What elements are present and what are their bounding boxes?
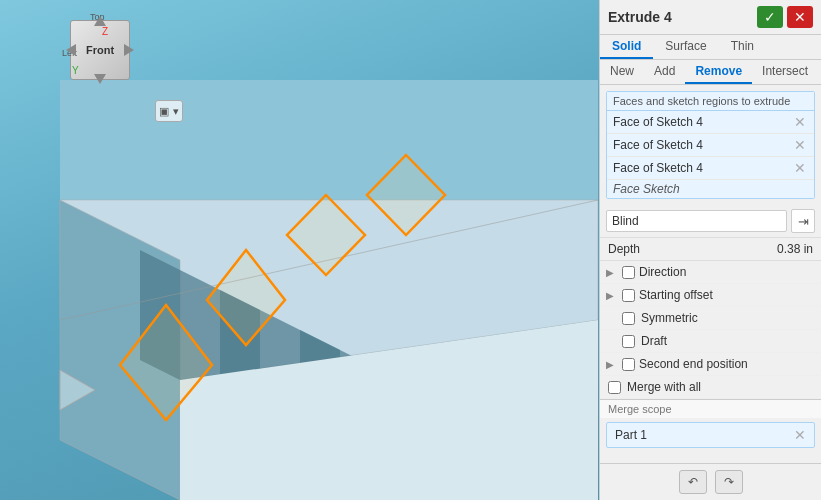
action-remove[interactable]: Remove: [685, 60, 752, 84]
arrow-down-icon[interactable]: [94, 74, 106, 90]
action-intersect[interactable]: Intersect: [752, 60, 818, 84]
tab-surface[interactable]: Surface: [653, 35, 718, 59]
depth-row: Depth 0.38 in: [600, 238, 821, 261]
merge-scope-section: Merge scope Part 1 ✕: [600, 399, 821, 452]
starting-offset-row[interactable]: ▶ Starting offset: [600, 284, 821, 307]
face-item-remove-2[interactable]: ✕: [792, 137, 808, 153]
symmetric-label[interactable]: Symmetric: [641, 311, 698, 325]
tab-solid[interactable]: Solid: [600, 35, 653, 59]
panel-footer: ↶ ↷: [600, 463, 821, 500]
merge-with-all-row: Merge with all: [600, 376, 821, 399]
second-end-row[interactable]: ▶ Second end position: [600, 353, 821, 376]
starting-offset-chevron-icon: ▶: [606, 290, 618, 301]
face-item-label-3: Face of Sketch 4: [613, 161, 703, 175]
starting-offset-checkbox[interactable]: [622, 289, 635, 302]
arrow-up-icon[interactable]: [94, 10, 106, 26]
merge-scope-item[interactable]: Part 1 ✕: [606, 422, 815, 448]
extrude-panel: Extrude 4 ✓ ✕ Solid Surface Thin New Add…: [599, 0, 821, 500]
starting-offset-label: Starting offset: [639, 288, 713, 302]
svg-marker-0: [60, 80, 598, 200]
type-tabs: Solid Surface Thin: [600, 35, 821, 60]
face-item-2[interactable]: Face of Sketch 4 ✕: [607, 134, 814, 157]
panel-title: Extrude 4: [608, 9, 753, 25]
blind-select[interactable]: Blind: [606, 210, 787, 232]
face-item-1[interactable]: Face of Sketch 4 ✕: [607, 111, 814, 134]
second-end-checkbox[interactable]: [622, 358, 635, 371]
tab-thin[interactable]: Thin: [719, 35, 766, 59]
merge-with-all-label[interactable]: Merge with all: [627, 380, 701, 394]
action-new[interactable]: New: [600, 60, 644, 84]
redo-button[interactable]: ↷: [715, 470, 743, 494]
merge-scope-item-text: Part 1: [615, 428, 647, 442]
arrow-left-icon[interactable]: [60, 44, 76, 56]
action-add[interactable]: Add: [644, 60, 685, 84]
undo-button[interactable]: ↶: [679, 470, 707, 494]
nav-cube[interactable]: Top Front Left Z Y: [60, 10, 140, 90]
action-tabs: New Add Remove Intersect: [600, 60, 821, 85]
view-display-icon[interactable]: ▣ ▾: [155, 100, 183, 122]
face-item-remove-3[interactable]: ✕: [792, 160, 808, 176]
draft-label[interactable]: Draft: [641, 334, 667, 348]
depth-value[interactable]: 0.38 in: [777, 242, 813, 256]
merge-with-all-checkbox[interactable]: [608, 381, 621, 394]
flip-direction-button[interactable]: ⇥: [791, 209, 815, 233]
cancel-button[interactable]: ✕: [787, 6, 813, 28]
symmetric-row: Symmetric: [600, 307, 821, 330]
direction-chevron-icon: ▶: [606, 267, 618, 278]
direction-row[interactable]: ▶ Direction: [600, 261, 821, 284]
face-item-truncated: Face Sketch: [607, 180, 814, 198]
direction-label: Direction: [639, 265, 686, 279]
faces-list: Faces and sketch regions to extrude Face…: [606, 91, 815, 199]
face-item-3[interactable]: Face of Sketch 4 ✕: [607, 157, 814, 180]
depth-label: Depth: [608, 242, 640, 256]
second-end-label: Second end position: [639, 357, 748, 371]
blind-row: Blind ⇥: [600, 205, 821, 238]
merge-scope-remove-icon[interactable]: ✕: [794, 427, 806, 443]
symmetric-checkbox[interactable]: [622, 312, 635, 325]
ok-button[interactable]: ✓: [757, 6, 783, 28]
merge-scope-header: Merge scope: [600, 400, 821, 418]
arrow-right-icon[interactable]: [124, 44, 140, 56]
faces-list-header: Faces and sketch regions to extrude: [607, 92, 814, 111]
nav-arrows: [60, 10, 140, 90]
second-end-chevron-icon: ▶: [606, 359, 618, 370]
face-item-remove-1[interactable]: ✕: [792, 114, 808, 130]
direction-checkbox[interactable]: [622, 266, 635, 279]
draft-checkbox[interactable]: [622, 335, 635, 348]
face-item-label-2: Face of Sketch 4: [613, 138, 703, 152]
draft-row: Draft: [600, 330, 821, 353]
panel-header: Extrude 4 ✓ ✕: [600, 0, 821, 35]
face-item-label-1: Face of Sketch 4: [613, 115, 703, 129]
